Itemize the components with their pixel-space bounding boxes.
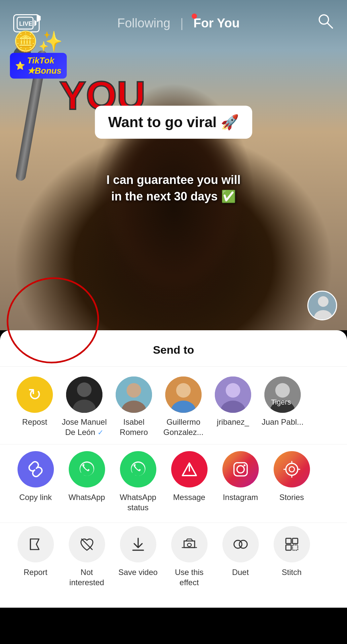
instagram-icon: [222, 451, 259, 487]
svg-rect-48: [292, 545, 298, 550]
svg-point-32: [289, 467, 294, 472]
whatsapp-status-icon: [120, 451, 156, 487]
star-icon: ⭐: [15, 61, 25, 70]
app-label-whatsapp: WhatsApp: [68, 492, 105, 502]
whatsapp-icon: [69, 451, 105, 487]
contact-name-guillermo: GuillermoGonzalez...: [163, 417, 203, 437]
stories-icon: [274, 451, 310, 487]
svg-point-9: [77, 382, 92, 397]
tiktok-bonus-badge[interactable]: 🪙✨ ⭐ TikTok★Bonus: [10, 40, 67, 79]
svg-rect-47: [286, 545, 291, 550]
contacts-row: ↻ Repost Jose ManuelDe León ✓: [0, 367, 347, 444]
action-label-use-effect: Use thiseffect: [175, 567, 204, 588]
repost-avatar: ↻: [17, 376, 53, 413]
use-effect-icon: [171, 526, 208, 562]
notification-dot: [192, 14, 197, 19]
contact-jribanez[interactable]: jribanez_: [208, 376, 258, 427]
apps-row: Copy link WhatsApp WhatsAp: [0, 444, 347, 522]
svg-point-21: [275, 383, 290, 398]
app-instagram[interactable]: Instagram: [215, 451, 266, 502]
profile-avatar[interactable]: [307, 291, 337, 320]
tab-for-you[interactable]: For You: [193, 16, 240, 30]
coins-emoji: 🪙✨: [13, 30, 63, 53]
svg-point-31: [286, 463, 298, 475]
svg-point-12: [127, 383, 141, 398]
app-whatsapp-status[interactable]: WhatsAppstatus: [112, 451, 164, 513]
action-label-duet: Duet: [232, 567, 249, 577]
viral-text: Want to go viral 🚀: [108, 114, 239, 130]
viral-box: Want to go viral 🚀: [95, 106, 252, 139]
send-to-header: Send to: [0, 337, 347, 367]
tab-following[interactable]: Following: [117, 16, 171, 30]
app-label-message: Message: [173, 492, 205, 502]
app-message[interactable]: Message: [164, 451, 215, 502]
stitch-icon: [274, 526, 310, 562]
guillermo-avatar: [165, 376, 202, 413]
app-stories[interactable]: Stories: [266, 451, 317, 502]
message-icon: [171, 451, 208, 487]
action-stitch[interactable]: Stitch: [266, 526, 317, 577]
contact-name-juanpablo: Juan Pabl...: [262, 417, 304, 427]
svg-point-41: [187, 543, 191, 547]
contact-guillermo[interactable]: GuillermoGonzalez...: [159, 376, 208, 437]
share-sheet: Send to ↻ Repost Jose ManuelDe León ✓: [0, 330, 347, 608]
action-save-video[interactable]: Save video: [112, 526, 164, 577]
app-label-instagram: Instagram: [223, 492, 258, 502]
svg-rect-45: [286, 538, 291, 544]
app-whatsapp[interactable]: WhatsApp: [61, 451, 112, 502]
guarantee-text-overlay: I can guarantee you will in the next 30 …: [106, 172, 241, 205]
svg-point-18: [226, 383, 240, 398]
svg-point-15: [176, 383, 191, 398]
contact-name-isabel: IsabelRomero: [120, 417, 148, 437]
svg-marker-2: [34, 20, 36, 26]
action-not-interested[interactable]: Notinterested: [61, 526, 112, 588]
app-label-stories: Stories: [279, 492, 304, 502]
nav-divider: |: [180, 16, 183, 30]
action-label-report: Report: [23, 567, 47, 577]
app-label-copy-link: Copy link: [19, 492, 52, 502]
video-area: LIVE Following | For You × 🪙✨ ⭐ TikTok★B…: [0, 0, 347, 330]
report-icon: [18, 526, 54, 562]
actions-row: Report Notinterested Save video: [0, 522, 347, 594]
action-label-not-interested: Notinterested: [69, 567, 104, 588]
svg-point-6: [318, 296, 328, 307]
action-report[interactable]: Report: [10, 526, 61, 577]
svg-point-30: [244, 464, 246, 466]
svg-rect-46: [292, 538, 298, 544]
svg-text:LIVE: LIVE: [19, 20, 32, 27]
action-label-save-video: Save video: [118, 567, 158, 577]
juanpablo-avatar: Tigers: [264, 376, 301, 413]
guarantee-line1: I can guarantee you will: [106, 172, 241, 188]
contact-name-repost: Repost: [22, 417, 47, 427]
jribanez-avatar: [215, 376, 251, 413]
contact-repost[interactable]: ↻ Repost: [10, 376, 59, 427]
action-duet[interactable]: Duet: [215, 526, 266, 577]
contact-jose[interactable]: Jose ManuelDe León ✓: [59, 376, 109, 438]
bonus-badge-container: ⭐ TikTok★Bonus: [10, 53, 67, 79]
svg-text:Tigers: Tigers: [271, 398, 291, 406]
contact-name-jose: Jose ManuelDe León ✓: [62, 417, 107, 438]
jose-avatar: [66, 376, 102, 413]
svg-line-4: [327, 23, 332, 28]
action-label-stitch: Stitch: [282, 567, 301, 577]
svg-point-29: [237, 466, 244, 473]
nav-tabs: Following | For You: [117, 16, 240, 30]
action-use-effect[interactable]: Use thiseffect: [164, 526, 215, 588]
isabel-avatar: [116, 376, 152, 413]
bonus-text: TikTok★Bonus: [27, 55, 61, 76]
svg-point-44: [239, 540, 247, 548]
app-label-whatsapp-status: WhatsAppstatus: [120, 492, 156, 513]
contact-juanpablo[interactable]: Tigers Juan Pabl...: [258, 376, 307, 427]
repost-icon: ↻: [28, 385, 42, 404]
contact-name-jribanez: jribanez_: [217, 417, 249, 427]
save-video-icon: [120, 526, 156, 562]
guarantee-line2: in the next 30 days ✅: [106, 188, 241, 205]
not-interested-icon: [69, 526, 105, 562]
duet-icon: [222, 526, 259, 562]
app-copy-link[interactable]: Copy link: [10, 451, 61, 502]
contact-isabel[interactable]: IsabelRomero: [109, 376, 159, 437]
copy-link-icon: [18, 451, 54, 487]
search-button[interactable]: [317, 13, 334, 33]
